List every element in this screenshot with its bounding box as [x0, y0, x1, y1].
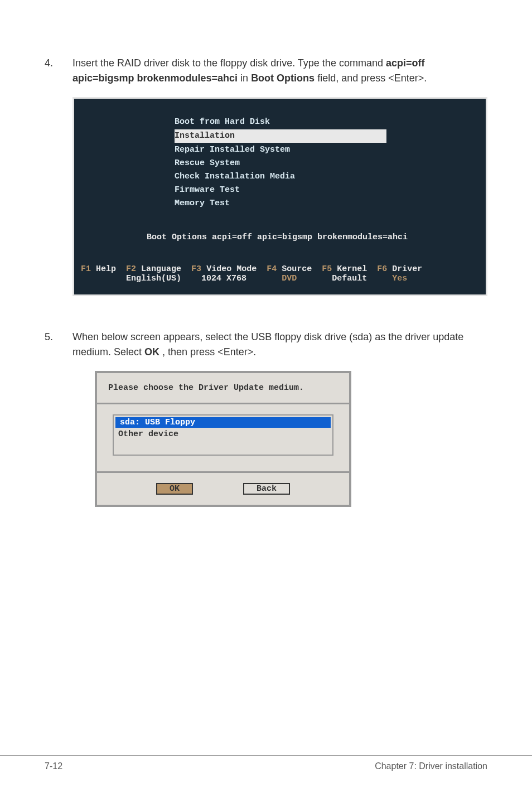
dialog-buttons: OK Back — [97, 473, 349, 505]
page-footer: 7-12 Chapter 7: Driver installation — [0, 755, 532, 771]
dialog-title: Please choose the Driver Update medium. — [97, 373, 349, 404]
dialog-body: sda: USB Floppy Other device — [97, 404, 349, 473]
boot-menu: Boot from Hard Disk Installation Repair … — [175, 115, 486, 210]
fkey: F5 — [322, 264, 332, 274]
boot-menu-item[interactable]: Check Installation Media — [175, 170, 486, 183]
device-item-selected[interactable]: sda: USB Floppy — [115, 417, 331, 428]
step-number: 5. — [45, 330, 72, 360]
fkey: F6 — [377, 264, 387, 274]
fvalue: 1024 X768 — [191, 274, 257, 283]
footer-f1: F1 Help — [81, 264, 116, 283]
step-text: When below screen appears, select the US… — [72, 330, 487, 360]
back-button[interactable]: Back — [243, 483, 290, 495]
boot-menu-item[interactable]: Memory Test — [175, 197, 486, 210]
text-bold: Boot Options — [251, 73, 315, 84]
footer-f2: F2 Language English(US) — [126, 264, 181, 283]
footer-f4: F4 Source DVD — [267, 264, 312, 283]
ok-button[interactable]: OK — [156, 483, 193, 495]
step-number: 4. — [45, 56, 72, 86]
fvalue: Default — [322, 274, 367, 283]
footer-f3: F3 Video Mode 1024 X768 — [191, 264, 257, 283]
text-segment: field, and press <Enter>. — [317, 73, 427, 84]
flabel: Kernel — [337, 264, 367, 274]
footer-f5: F5 Kernel Default — [322, 264, 367, 283]
fvalue: DVD — [267, 274, 312, 283]
fvalue: English(US) — [126, 274, 181, 283]
page-number: 7-12 — [45, 761, 62, 771]
boot-menu-item[interactable]: Repair Installed System — [175, 143, 486, 157]
boot-menu-item-selected[interactable]: Installation — [175, 129, 386, 143]
flabel: Driver — [392, 264, 422, 274]
boot-menu-item[interactable]: Rescue System — [175, 157, 486, 170]
fkey: F1 — [81, 264, 91, 274]
text-segment: , then press <Enter>. — [162, 346, 256, 357]
text-bold: OK — [144, 346, 159, 357]
boot-screen: Boot from Hard Disk Installation Repair … — [72, 97, 487, 296]
fkey: F3 — [191, 264, 201, 274]
fkey: F4 — [267, 264, 277, 274]
driver-update-dialog: Please choose the Driver Update medium. … — [95, 371, 351, 507]
page-content: 4. Insert the RAID driver disk to the fl… — [0, 0, 532, 507]
text-segment: Insert the RAID driver disk to the flopp… — [72, 57, 386, 69]
fvalue: Yes — [377, 274, 422, 283]
chapter-title: Chapter 7: Driver installation — [375, 761, 487, 771]
boot-menu-item[interactable]: Firmware Test — [175, 183, 486, 197]
fkey: F2 — [126, 264, 136, 274]
flabel: Video Mode — [206, 264, 257, 274]
device-item[interactable]: Other device — [114, 429, 332, 439]
footer-f6: F6 Driver Yes — [377, 264, 422, 283]
step-5: 5. When below screen appears, select the… — [45, 330, 487, 360]
step-text: Insert the RAID driver disk to the flopp… — [72, 56, 487, 86]
flabel: Language — [141, 264, 181, 274]
text-segment: in — [240, 73, 251, 84]
device-list: sda: USB Floppy Other device — [113, 414, 333, 456]
flabel: Source — [282, 264, 312, 274]
boot-options-field[interactable]: Boot Options acpi=off apic=bigsmp broken… — [147, 233, 486, 242]
boot-menu-item[interactable]: Boot from Hard Disk — [175, 115, 486, 129]
text-segment: When below screen appears, select the US… — [72, 331, 463, 357]
boot-footer: F1 Help F2 Language English(US) F3 Video… — [74, 264, 486, 289]
flabel: Help — [96, 264, 116, 274]
step-4: 4. Insert the RAID driver disk to the fl… — [45, 56, 487, 86]
